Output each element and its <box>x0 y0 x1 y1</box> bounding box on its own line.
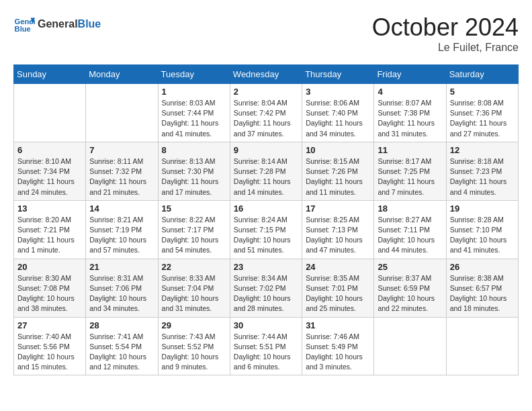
day-info: Sunrise: 8:06 AM Sunset: 7:40 PM Dayligh… <box>306 98 370 139</box>
day-info: Sunrise: 8:31 AM Sunset: 7:06 PM Dayligh… <box>89 273 154 314</box>
day-number: 19 <box>450 203 515 214</box>
day-number: 28 <box>89 320 154 330</box>
calendar-cell: 26Sunrise: 8:38 AM Sunset: 6:57 PM Dayli… <box>446 259 518 317</box>
calendar-cell: 21Sunrise: 8:31 AM Sunset: 7:06 PM Dayli… <box>86 259 158 317</box>
day-info: Sunrise: 8:38 AM Sunset: 6:57 PM Dayligh… <box>450 273 515 314</box>
day-number: 24 <box>306 262 370 272</box>
calendar-cell: 7Sunrise: 8:11 AM Sunset: 7:32 PM Daylig… <box>86 142 158 200</box>
day-info: Sunrise: 8:07 AM Sunset: 7:38 PM Dayligh… <box>378 98 442 139</box>
calendar-cell <box>14 84 86 142</box>
day-number: 2 <box>234 87 298 97</box>
calendar-week-row: 1Sunrise: 8:03 AM Sunset: 7:44 PM Daylig… <box>14 84 519 142</box>
day-info: Sunrise: 8:15 AM Sunset: 7:26 PM Dayligh… <box>306 156 370 197</box>
day-number: 10 <box>306 145 370 155</box>
day-info: Sunrise: 8:27 AM Sunset: 7:11 PM Dayligh… <box>378 215 442 256</box>
location-title: Le Fuilet, France <box>372 42 519 54</box>
calendar-cell: 13Sunrise: 8:20 AM Sunset: 7:21 PM Dayli… <box>14 200 86 259</box>
calendar-cell: 2Sunrise: 8:04 AM Sunset: 7:42 PM Daylig… <box>230 84 302 142</box>
day-number: 15 <box>162 203 226 214</box>
calendar-cell: 5Sunrise: 8:08 AM Sunset: 7:36 PM Daylig… <box>446 84 518 142</box>
day-number: 16 <box>234 203 298 214</box>
calendar-cell: 27Sunrise: 7:40 AM Sunset: 5:56 PM Dayli… <box>14 317 86 375</box>
calendar-cell <box>446 317 518 375</box>
calendar-cell: 20Sunrise: 8:30 AM Sunset: 7:08 PM Dayli… <box>14 259 86 317</box>
column-header-wednesday: Wednesday <box>230 65 302 84</box>
day-number: 25 <box>378 262 442 272</box>
column-header-thursday: Thursday <box>302 65 374 84</box>
calendar-week-row: 20Sunrise: 8:30 AM Sunset: 7:08 PM Dayli… <box>14 259 519 317</box>
column-header-tuesday: Tuesday <box>158 65 230 84</box>
calendar-header-row: SundayMondayTuesdayWednesdayThursdayFrid… <box>14 65 519 84</box>
day-info: Sunrise: 7:43 AM Sunset: 5:52 PM Dayligh… <box>162 332 226 373</box>
svg-text:Blue: Blue <box>15 25 31 33</box>
day-number: 9 <box>234 145 298 155</box>
day-info: Sunrise: 8:18 AM Sunset: 7:23 PM Dayligh… <box>450 156 515 197</box>
day-info: Sunrise: 8:04 AM Sunset: 7:42 PM Dayligh… <box>234 98 298 139</box>
day-info: Sunrise: 8:21 AM Sunset: 7:19 PM Dayligh… <box>89 215 154 256</box>
calendar: SundayMondayTuesdayWednesdayThursdayFrid… <box>13 64 519 375</box>
day-number: 23 <box>234 262 298 272</box>
day-info: Sunrise: 8:24 AM Sunset: 7:15 PM Dayligh… <box>234 215 298 256</box>
calendar-cell: 23Sunrise: 8:34 AM Sunset: 7:02 PM Dayli… <box>230 259 302 317</box>
day-number: 3 <box>306 87 370 97</box>
calendar-cell: 22Sunrise: 8:33 AM Sunset: 7:04 PM Dayli… <box>158 259 230 317</box>
column-header-monday: Monday <box>86 65 158 84</box>
day-number: 17 <box>306 203 370 214</box>
day-info: Sunrise: 8:08 AM Sunset: 7:36 PM Dayligh… <box>450 98 515 139</box>
logo: General Blue GeneralBlue <box>13 13 101 35</box>
calendar-cell: 6Sunrise: 8:10 AM Sunset: 7:34 PM Daylig… <box>14 142 86 200</box>
calendar-week-row: 6Sunrise: 8:10 AM Sunset: 7:34 PM Daylig… <box>14 142 519 200</box>
day-number: 4 <box>378 87 442 97</box>
day-info: Sunrise: 8:22 AM Sunset: 7:17 PM Dayligh… <box>162 215 226 256</box>
day-info: Sunrise: 7:41 AM Sunset: 5:54 PM Dayligh… <box>89 332 154 373</box>
column-header-sunday: Sunday <box>14 65 86 84</box>
calendar-cell: 24Sunrise: 8:35 AM Sunset: 7:01 PM Dayli… <box>302 259 374 317</box>
day-info: Sunrise: 8:13 AM Sunset: 7:30 PM Dayligh… <box>162 156 226 197</box>
calendar-cell <box>86 84 158 142</box>
day-info: Sunrise: 8:37 AM Sunset: 6:59 PM Dayligh… <box>378 273 442 314</box>
calendar-week-row: 13Sunrise: 8:20 AM Sunset: 7:21 PM Dayli… <box>14 200 519 259</box>
calendar-cell: 31Sunrise: 7:46 AM Sunset: 5:49 PM Dayli… <box>302 317 374 375</box>
day-number: 31 <box>306 320 370 330</box>
day-number: 8 <box>162 145 226 155</box>
logo-text: GeneralBlue <box>38 18 101 30</box>
calendar-cell: 29Sunrise: 7:43 AM Sunset: 5:52 PM Dayli… <box>158 317 230 375</box>
calendar-cell: 8Sunrise: 8:13 AM Sunset: 7:30 PM Daylig… <box>158 142 230 200</box>
logo-icon: General Blue <box>13 13 35 35</box>
day-number: 20 <box>17 262 82 272</box>
day-number: 1 <box>162 87 226 97</box>
day-info: Sunrise: 7:40 AM Sunset: 5:56 PM Dayligh… <box>17 332 82 373</box>
column-header-saturday: Saturday <box>446 65 518 84</box>
day-number: 5 <box>450 87 515 97</box>
calendar-cell <box>374 317 446 375</box>
calendar-cell: 10Sunrise: 8:15 AM Sunset: 7:26 PM Dayli… <box>302 142 374 200</box>
calendar-cell: 18Sunrise: 8:27 AM Sunset: 7:11 PM Dayli… <box>374 200 446 259</box>
calendar-cell: 19Sunrise: 8:28 AM Sunset: 7:10 PM Dayli… <box>446 200 518 259</box>
day-number: 7 <box>89 145 154 155</box>
day-info: Sunrise: 8:03 AM Sunset: 7:44 PM Dayligh… <box>162 98 226 139</box>
day-info: Sunrise: 8:25 AM Sunset: 7:13 PM Dayligh… <box>306 215 370 256</box>
calendar-cell: 28Sunrise: 7:41 AM Sunset: 5:54 PM Dayli… <box>86 317 158 375</box>
calendar-cell: 14Sunrise: 8:21 AM Sunset: 7:19 PM Dayli… <box>86 200 158 259</box>
day-info: Sunrise: 8:28 AM Sunset: 7:10 PM Dayligh… <box>450 215 515 256</box>
day-info: Sunrise: 8:20 AM Sunset: 7:21 PM Dayligh… <box>17 215 82 256</box>
calendar-cell: 17Sunrise: 8:25 AM Sunset: 7:13 PM Dayli… <box>302 200 374 259</box>
calendar-cell: 16Sunrise: 8:24 AM Sunset: 7:15 PM Dayli… <box>230 200 302 259</box>
calendar-cell: 30Sunrise: 7:44 AM Sunset: 5:51 PM Dayli… <box>230 317 302 375</box>
calendar-cell: 3Sunrise: 8:06 AM Sunset: 7:40 PM Daylig… <box>302 84 374 142</box>
calendar-cell: 4Sunrise: 8:07 AM Sunset: 7:38 PM Daylig… <box>374 84 446 142</box>
calendar-cell: 12Sunrise: 8:18 AM Sunset: 7:23 PM Dayli… <box>446 142 518 200</box>
day-info: Sunrise: 8:33 AM Sunset: 7:04 PM Dayligh… <box>162 273 226 314</box>
day-info: Sunrise: 8:35 AM Sunset: 7:01 PM Dayligh… <box>306 273 370 314</box>
calendar-week-row: 27Sunrise: 7:40 AM Sunset: 5:56 PM Dayli… <box>14 317 519 375</box>
day-info: Sunrise: 8:14 AM Sunset: 7:28 PM Dayligh… <box>234 156 298 197</box>
day-number: 12 <box>450 145 515 155</box>
day-number: 30 <box>234 320 298 330</box>
day-info: Sunrise: 8:30 AM Sunset: 7:08 PM Dayligh… <box>17 273 82 314</box>
day-number: 6 <box>17 145 82 155</box>
day-info: Sunrise: 7:46 AM Sunset: 5:49 PM Dayligh… <box>306 332 370 373</box>
calendar-cell: 11Sunrise: 8:17 AM Sunset: 7:25 PM Dayli… <box>374 142 446 200</box>
header: General Blue GeneralBlue October 2024 Le… <box>13 13 519 54</box>
day-info: Sunrise: 8:34 AM Sunset: 7:02 PM Dayligh… <box>234 273 298 314</box>
day-info: Sunrise: 7:44 AM Sunset: 5:51 PM Dayligh… <box>234 332 298 373</box>
